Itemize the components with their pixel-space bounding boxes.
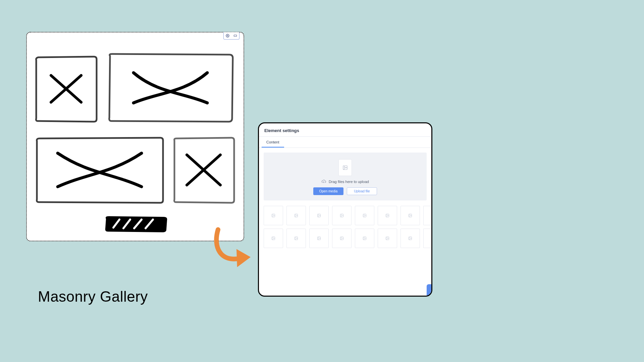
svg-point-21: [410, 215, 410, 216]
element-settings-panel: Element settings Content Drag file: [258, 122, 432, 297]
gallery-thumbnail[interactable]: [378, 229, 397, 248]
gallery-thumbnail[interactable]: [332, 206, 352, 225]
svg-point-33: [387, 238, 387, 238]
gallery-thumbnail[interactable]: [264, 206, 283, 225]
gallery-thumbnail[interactable]: [309, 206, 329, 225]
masonry-tile: [172, 136, 235, 203]
masonry-tile: [107, 53, 234, 123]
thumbnail-grid: [259, 205, 431, 256]
gallery-thumbnail[interactable]: [400, 229, 420, 248]
wireframe-toolbar: [223, 32, 239, 40]
svg-point-7: [344, 167, 345, 168]
svg-point-19: [387, 215, 387, 216]
svg-point-11: [296, 215, 296, 216]
svg-point-13: [318, 215, 319, 216]
tab-content[interactable]: Content: [262, 137, 284, 147]
dropzone-hint: Drag files here to upload: [321, 179, 369, 184]
upload-dropzone[interactable]: Drag files here to upload Open media Upl…: [264, 153, 427, 200]
masonry-tile: [34, 136, 165, 203]
svg-point-29: [341, 238, 342, 238]
gallery-thumbnail[interactable]: [355, 229, 374, 248]
svg-point-25: [296, 238, 296, 238]
cloud-upload-icon: [321, 179, 326, 184]
gallery-thumbnail[interactable]: [286, 206, 306, 225]
panel-accent-corner: [427, 284, 431, 296]
image-placeholder-icon: [338, 159, 352, 176]
svg-point-35: [410, 238, 410, 238]
wireframe-canvas: [26, 32, 244, 241]
svg-point-15: [341, 215, 342, 216]
open-media-button[interactable]: Open media: [313, 187, 343, 195]
expand-icon[interactable]: [233, 34, 237, 38]
gallery-thumbnail[interactable]: [309, 229, 329, 248]
gallery-thumbnail[interactable]: [332, 229, 352, 248]
svg-point-27: [318, 238, 319, 238]
gear-icon[interactable]: [226, 34, 229, 38]
panel-tabs: Content: [259, 137, 431, 148]
dropzone-hint-text: Drag files here to upload: [329, 180, 369, 184]
svg-rect-1: [234, 35, 236, 37]
svg-point-17: [364, 215, 365, 216]
gallery-thumbnail[interactable]: [400, 206, 420, 225]
gallery-thumbnail[interactable]: [378, 206, 397, 225]
svg-point-23: [273, 238, 273, 238]
gallery-thumbnail[interactable]: [264, 229, 283, 248]
panel-title: Element settings: [259, 123, 431, 137]
svg-point-31: [364, 238, 365, 238]
gallery-thumbnail[interactable]: [423, 206, 432, 225]
caption: Masonry Gallery: [38, 288, 148, 305]
arrow-icon: [210, 226, 257, 277]
load-more-button-sketch: [103, 215, 169, 233]
masonry-tile: [34, 55, 98, 122]
upload-file-button[interactable]: Upload file: [347, 187, 377, 195]
svg-point-0: [227, 35, 228, 36]
svg-point-9: [273, 215, 273, 216]
gallery-thumbnail[interactable]: [286, 229, 306, 248]
gallery-thumbnail[interactable]: [355, 206, 374, 225]
gallery-thumbnail[interactable]: [423, 229, 432, 248]
